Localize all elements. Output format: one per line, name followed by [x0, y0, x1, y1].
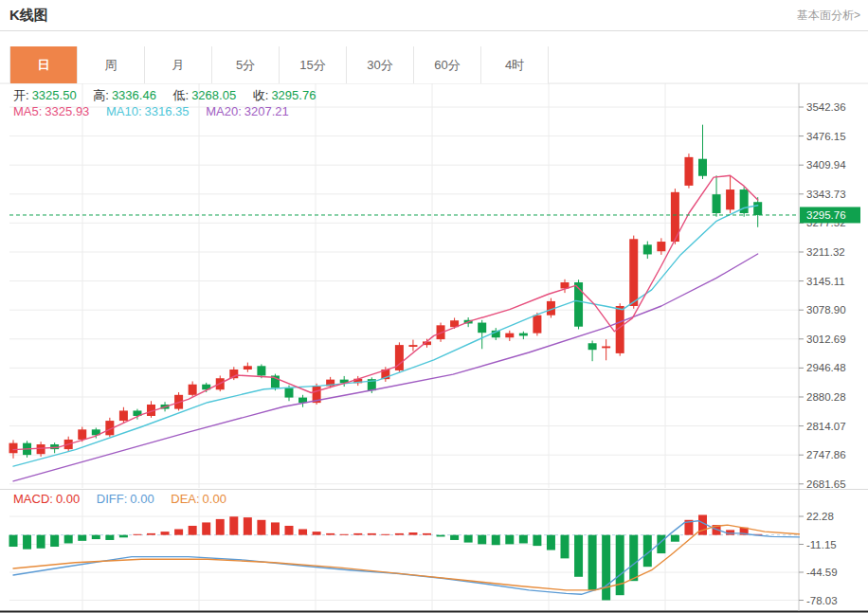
candle-up	[189, 385, 197, 395]
candle-up	[533, 316, 541, 334]
y-axis-label: 2747.86	[806, 449, 846, 460]
low-value: 3268.05	[191, 88, 236, 102]
kline-page: { "header": { "title": "K线图", "link_labe…	[0, 0, 868, 613]
candle-down	[285, 388, 294, 397]
y-axis-label: 2681.65	[806, 478, 846, 490]
macd-bar	[23, 535, 31, 550]
fundamental-analysis-link[interactable]: 基本面分析>	[797, 8, 860, 24]
diff-label: DIFF:	[97, 492, 128, 506]
diff-value: 0.00	[130, 492, 154, 506]
close-value: 3295.76	[271, 88, 316, 102]
ma20-value: 3207.21	[244, 104, 289, 118]
macd-bar	[37, 535, 45, 549]
candle-up	[684, 157, 693, 186]
macd-bar	[437, 535, 445, 537]
candle-up	[78, 429, 86, 440]
macd-bar	[244, 517, 252, 535]
tab-月[interactable]: 月	[145, 46, 212, 83]
y-axis-label: 22.28	[806, 511, 834, 522]
candle-up	[657, 242, 665, 251]
candle-down	[519, 334, 528, 336]
candle-up	[244, 366, 252, 370]
ma10-label: MA10:	[106, 104, 142, 118]
tab-4时[interactable]: 4时	[481, 46, 549, 83]
tab-30分[interactable]: 30分	[347, 46, 414, 83]
ma20-label: MA20:	[206, 104, 242, 118]
ohlc-readout: 开:3325.50 高:3336.46 低:3268.05 收:3295.76	[13, 87, 329, 104]
candle-up	[9, 443, 18, 454]
tab-周[interactable]: 周	[78, 46, 145, 83]
high-label: 高:	[93, 88, 109, 102]
macd-bar	[616, 535, 624, 596]
macd-bar	[174, 529, 183, 534]
candle-up	[408, 345, 417, 347]
macd-bar	[726, 530, 734, 534]
current-price-badge-text: 3295.76	[806, 209, 846, 221]
macd-bar	[492, 535, 500, 546]
macd-bar	[133, 534, 141, 535]
tab-15分[interactable]: 15分	[280, 46, 347, 83]
candle-up	[505, 334, 514, 338]
macd-bar	[271, 522, 280, 534]
candle-up	[37, 444, 45, 454]
y-axis-label: 3343.73	[806, 189, 846, 200]
candle-down	[643, 244, 652, 254]
candle-down	[257, 366, 265, 375]
macd-bar	[9, 535, 18, 547]
y-axis-label: -44.59	[806, 567, 838, 578]
header-divider	[0, 30, 868, 31]
candle-down	[478, 323, 486, 334]
macd-bar	[50, 535, 59, 547]
macd-bar	[478, 535, 486, 545]
y-axis-labels: 3542.363476.153409.943343.733277.523211.…	[799, 101, 846, 606]
low-label: 低:	[173, 88, 190, 102]
macd-value: 0.00	[56, 492, 80, 506]
macd-bar	[119, 535, 128, 538]
macd-bar	[547, 535, 555, 550]
y-axis-label: 3145.11	[806, 276, 845, 287]
macd-bar	[298, 529, 307, 534]
macd-bar	[395, 533, 404, 535]
y-axis-label: 3409.94	[806, 159, 846, 171]
y-axis-label: -78.03	[806, 595, 838, 606]
open-label: 开:	[13, 88, 29, 102]
y-axis-label: 2946.48	[806, 362, 846, 373]
macd-bar	[423, 533, 431, 535]
candle-down	[713, 194, 721, 213]
tab-5分[interactable]: 5分	[212, 46, 280, 83]
macd-bar	[574, 535, 583, 577]
macd-bar	[533, 535, 541, 546]
macd-bar	[505, 535, 514, 545]
macd-bar	[408, 532, 417, 535]
y-axis-label: 3476.15	[806, 131, 846, 142]
macd-bar	[229, 516, 238, 534]
macd-bar	[64, 535, 73, 544]
macd-bar	[313, 532, 321, 535]
macd-bar	[257, 520, 265, 535]
y-axis-label: 2814.07	[806, 421, 846, 432]
macd-bar	[464, 535, 473, 543]
macd-bar	[147, 533, 155, 535]
interval-tabs: 日周月5分15分30分60分4时	[9, 46, 549, 83]
y-axis-label: 3211.32	[806, 246, 845, 258]
candle-up	[726, 189, 734, 209]
macd-bar	[588, 535, 597, 590]
ma-readout: MA5:3325.93 MA10:3316.35 MA20:3207.21	[13, 104, 302, 118]
macd-bar	[671, 535, 679, 542]
candle-down	[698, 159, 707, 176]
macd-bar	[561, 535, 570, 559]
macd-bar	[602, 535, 610, 601]
macd-bar	[216, 519, 225, 535]
y-axis-label: 2880.28	[806, 391, 846, 403]
tab-日[interactable]: 日	[10, 46, 78, 83]
y-axis-label: 3542.36	[806, 101, 846, 113]
tab-60分[interactable]: 60分	[414, 46, 481, 83]
high-value: 3336.46	[112, 88, 156, 102]
ma5-label: MA5:	[13, 104, 42, 118]
candle-down	[588, 343, 597, 350]
macd-bar	[105, 535, 114, 540]
candle-up	[119, 410, 128, 421]
macd-bar	[450, 535, 459, 540]
ma5-value: 3325.93	[45, 104, 89, 118]
macd-readout: MACD:0.00 DIFF:0.00 DEA:0.00	[13, 492, 240, 506]
